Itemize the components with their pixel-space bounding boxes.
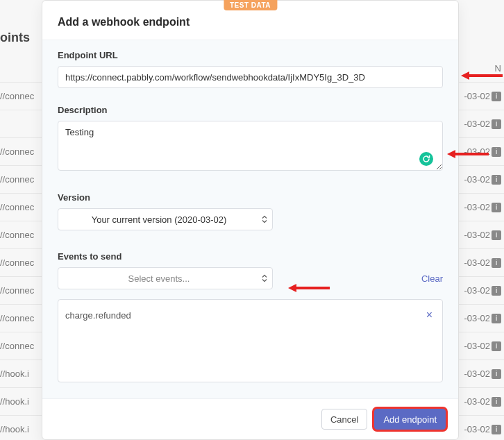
bg-row-left: //hook.i — [0, 424, 29, 434]
info-icon: i — [492, 203, 501, 212]
info-icon: i — [492, 314, 501, 323]
bg-row-date: -03-02 — [464, 396, 490, 407]
version-select[interactable]: Your current version (2020-03-02) — [58, 208, 273, 230]
endpoint-url-input[interactable] — [58, 66, 443, 88]
info-icon: i — [492, 119, 501, 129]
bg-row-date: -03-02 — [464, 174, 490, 185]
bg-row-left: //connec — [0, 230, 34, 240]
version-label: Version — [58, 192, 443, 203]
bg-row-date: -03-02 — [464, 230, 490, 240]
bg-row-date: -03-02 — [464, 91, 490, 101]
bg-row-left: //hook.i — [0, 396, 29, 407]
bg-row-left: //hook.i — [0, 369, 29, 379]
bg-row-date: -03-02 — [464, 313, 490, 323]
test-data-badge: TEST DATA — [224, 0, 277, 10]
selected-events-box: charge.refunded × — [58, 299, 443, 382]
add-webhook-modal: TEST DATA Add a webhook endpoint Endpoin… — [42, 0, 459, 440]
bg-row-date: -03-02 — [464, 146, 490, 157]
modal-footer: Cancel Add endpoint — [42, 399, 458, 439]
bg-row-left: //connec — [0, 285, 34, 296]
info-icon: i — [492, 258, 501, 268]
bg-row-date: -03-02 — [464, 341, 490, 351]
info-icon: i — [492, 230, 501, 240]
bg-row-date: -03-02 — [464, 424, 490, 434]
info-icon: i — [492, 425, 501, 434]
bg-row-left: //connec — [0, 341, 34, 351]
remove-event-button[interactable]: × — [423, 310, 435, 321]
event-chip-label: charge.refunded — [65, 310, 131, 321]
info-icon: i — [492, 92, 501, 101]
info-icon: i — [492, 369, 501, 379]
bg-row-date: -03-02 — [464, 119, 490, 129]
add-endpoint-button[interactable]: Add endpoint — [374, 409, 446, 430]
info-icon: i — [492, 175, 501, 185]
info-icon: i — [492, 397, 501, 407]
info-icon: i — [492, 147, 501, 157]
bg-row-left: //connec — [0, 146, 34, 157]
bg-row-left: //connec — [0, 257, 34, 268]
bg-row-left: //connec — [0, 202, 34, 212]
info-icon: i — [492, 286, 501, 296]
bg-row-date: -03-02 — [464, 369, 490, 379]
events-select[interactable]: Select events... — [58, 267, 273, 289]
description-label: Description — [58, 105, 443, 115]
modal-body: Endpoint URL Description Version Your cu… — [42, 40, 458, 399]
endpoint-url-label: Endpoint URL — [58, 50, 443, 60]
info-icon: i — [492, 341, 501, 351]
clear-events-button[interactable]: Clear — [421, 273, 443, 284]
bg-row-left: //connec — [0, 313, 34, 323]
event-chip: charge.refunded × — [65, 307, 435, 323]
bg-header-right: N — [495, 63, 501, 74]
bg-row-date: -03-02 — [464, 202, 490, 212]
events-label: Events to send — [58, 251, 443, 262]
bg-row-left: //connec — [0, 91, 34, 101]
bg-row-date: -03-02 — [464, 257, 490, 268]
description-input[interactable] — [58, 121, 443, 171]
cancel-button[interactable]: Cancel — [321, 409, 367, 430]
bg-row-left: //connec — [0, 174, 34, 185]
bg-row-date: -03-02 — [464, 285, 490, 296]
